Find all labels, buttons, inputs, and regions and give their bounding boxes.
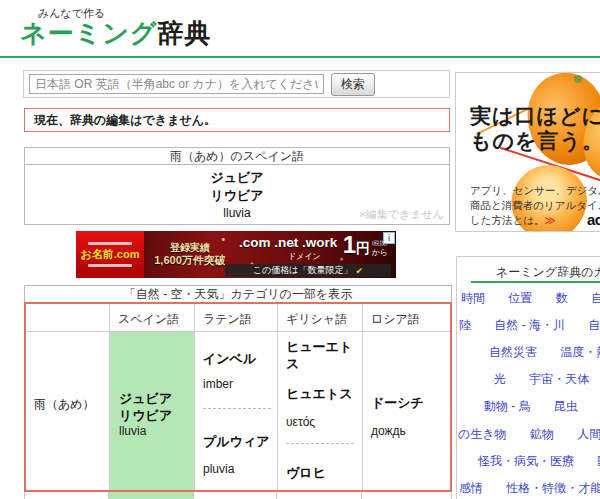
site-title-black: 辞典 [157,18,211,48]
search-form: 検索 [23,70,450,98]
entry-kana: ヴロヒ [286,464,362,481]
category-link[interactable]: 自然 - 海・川 [494,318,565,332]
category-link-row: 時間 位置 数 自然 [461,290,600,307]
search-button[interactable]: 検索 [331,73,375,96]
category-link[interactable]: 昆虫 [554,399,578,413]
category-link-row: 感情 性格・特徴・才能 [459,480,600,497]
next-table-row-partial [24,492,452,499]
site-title-green: ネーミング [20,18,157,48]
entry-kana: ジュビア [119,390,194,407]
category-link[interactable]: 自然 [591,291,600,305]
arrow-icon: ≫ [544,214,555,226]
word-card-title: 雨（あめ）のスペイン語 [25,148,449,165]
kumquat-stem [574,75,582,83]
category-link[interactable]: 時間 [461,291,485,305]
category-table-caption: 「自然 - 空・天気」カテゴリの一部を表示 [24,285,452,303]
entry-roman: υετός [286,415,362,430]
category-link[interactable]: 宇宙・天体 [529,372,589,386]
category-link[interactable]: 鉱物 [530,427,554,441]
entry-roman: pluvia [203,462,277,477]
category-link[interactable]: 性格・特徴・才能 [506,481,600,495]
entry-kana: リウビア [119,407,194,424]
russian-cell: ドーシチ дождь [363,332,450,490]
category-link-row: の生き物 鉱物 人間 [458,426,600,443]
entry-roman: imber [203,377,277,392]
banner-record-block: 登録実績 1,600万件突破 [144,231,236,278]
advertiser-logo: ac [587,211,600,228]
table-header-row: スペイン語 ラテン語 ギリシャ語 ロシア語 [26,304,450,332]
entry-kana: ヒュエトス [286,385,362,402]
category-sidebar: ネーミング辞典のカテゴリ 時間 位置 数 自然 陸 自然 - 海・川 自然 自然… [456,256,600,499]
category-link[interactable]: 位置 [508,291,532,305]
page: みんなで作る ネーミング辞典 検索 現在、辞典の編集はできません。 雨（あめ）の… [0,0,600,499]
entry-divider [203,408,271,409]
ad-headline: 実は口ほどに ものを言う。 [470,103,600,153]
word-kana: リウビア [25,187,449,205]
limited-offer-strip: この価格は「数量限定」 ✔ [225,264,391,277]
ad-body-text: アプリ、センサー、デジタルを 商品と消費者のリアルタイムな した方法とは。≫ [470,183,600,228]
header-cell-russian: ロシア語 [363,304,450,331]
category-link-row: 光 宇宙・天体 植 [494,371,600,388]
entry-divider [286,443,354,444]
header-cell-greek: ギリシャ語 [278,304,363,331]
hand-icon: ✔ [356,266,364,276]
entry-roman: lluvia [119,424,194,439]
category-link[interactable]: 温度・熱・ [560,345,600,359]
header-cell-spanish: スペイン語 [110,304,195,331]
category-table: スペイン語 ラテン語 ギリシャ語 ロシア語 雨（あめ） ジュビア リウビア ll… [24,302,452,492]
logo-microtext-bar [88,264,132,267]
entry-kana: ドーシチ [371,394,450,411]
word-card: 雨（あめ）のスペイン語 ジュビア リウビア lluvia ×編集できません [24,147,450,225]
table-row: 雨（あめ） ジュビア リウビア lluvia インベル imber プルウィア … [26,332,450,490]
partial-cell [25,492,109,499]
category-link[interactable]: 陸 [459,318,471,332]
onamae-logo: お名前.com [81,247,140,262]
record-line1: 登録実績 [170,242,210,254]
category-link[interactable]: の生き物 [458,427,507,441]
category-link-row: 自然災害 温度・熱・ [489,344,600,361]
domain-label: ドメイン [288,251,321,262]
partial-cell [362,492,449,499]
site-title[interactable]: ネーミング辞典 [20,16,211,51]
category-link-row: 動物 - 鳥 昆虫 爬 [484,398,600,415]
logo-microtext-bar [88,242,132,245]
entry-kana: プルウィア [203,433,277,450]
category-link[interactable]: 怪我・病気・医療 [478,454,574,468]
edit-disabled-notice: 現在、辞典の編集はできません。 [24,108,450,132]
sidebar-title-underline [471,281,600,283]
entry-kana: インベル [203,350,277,367]
header-cell-empty [26,304,110,331]
sidebar-title: ネーミング辞典のカテゴリ [496,264,600,281]
price: 1円 [343,232,370,261]
category-link[interactable]: 動物 - 鳥 [484,399,531,413]
partial-cell [277,492,362,499]
partial-cell-green [109,492,194,499]
partial-cell [194,492,277,499]
category-link[interactable]: 自然 [588,318,600,332]
row-label-cell: 雨（あめ） [26,332,110,490]
entry-kana: ヒューエトス [286,338,362,372]
category-link-row: 怪我・病気・医療 動 [478,453,600,470]
greek-cell: ヒューエトス ヒュエトス υετός ヴロヒ βροχή [278,332,363,490]
category-link[interactable]: 光 [494,372,506,386]
record-line2: 1,600万件突破 [154,254,226,267]
ad-info-icon[interactable]: i [383,232,395,244]
display-ad[interactable]: 実は口ほどに ものを言う。 アプリ、センサー、デジタルを 商品と消費者のリアルタ… [455,72,600,232]
header-divider [0,56,600,58]
latin-cell: インベル imber プルウィア pluvia [195,332,278,490]
tld-list: .com .net .work [239,235,337,250]
category-link[interactable]: 人間 [577,427,600,441]
word-kana: ジュビア [25,169,449,187]
onamae-logo-block: お名前.com [76,231,144,278]
category-link[interactable]: 自然災害 [489,345,537,359]
no-edit-label: ×編集できません [359,207,444,222]
entry-roman: дождь [371,424,450,439]
category-link[interactable]: 感情 [459,481,483,495]
domain-ad-banner[interactable]: お名前.com 登録実績 1,600万件突破 .com .net .work ド… [76,231,396,278]
spanish-cell: ジュビア リウビア lluvia [110,332,195,490]
category-link[interactable]: 数 [556,291,568,305]
search-input[interactable] [29,74,324,94]
category-link-row: 陸 自然 - 海・川 自然 [459,317,600,334]
limited-text: この価格は「数量限定」 [253,264,353,277]
header-cell-latin: ラテン語 [195,304,278,331]
